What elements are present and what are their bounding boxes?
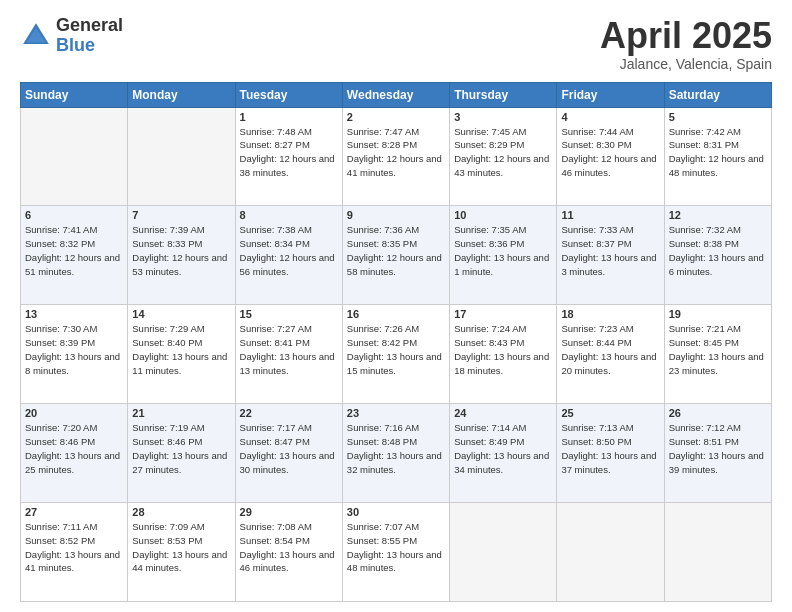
day-info: Sunrise: 7:13 AM Sunset: 8:50 PM Dayligh… xyxy=(561,421,659,476)
day-info: Sunrise: 7:32 AM Sunset: 8:38 PM Dayligh… xyxy=(669,223,767,278)
calendar-cell: 28Sunrise: 7:09 AM Sunset: 8:53 PM Dayli… xyxy=(128,503,235,602)
day-number: 17 xyxy=(454,308,552,320)
day-number: 10 xyxy=(454,209,552,221)
day-number: 2 xyxy=(347,111,445,123)
title-location: Jalance, Valencia, Spain xyxy=(600,56,772,72)
logo-general-text: General xyxy=(56,16,123,36)
day-number: 8 xyxy=(240,209,338,221)
day-number: 27 xyxy=(25,506,123,518)
day-number: 7 xyxy=(132,209,230,221)
calendar-cell: 2Sunrise: 7:47 AM Sunset: 8:28 PM Daylig… xyxy=(342,107,449,206)
calendar-cell: 25Sunrise: 7:13 AM Sunset: 8:50 PM Dayli… xyxy=(557,404,664,503)
day-info: Sunrise: 7:16 AM Sunset: 8:48 PM Dayligh… xyxy=(347,421,445,476)
calendar-week-row: 13Sunrise: 7:30 AM Sunset: 8:39 PM Dayli… xyxy=(21,305,772,404)
day-info: Sunrise: 7:33 AM Sunset: 8:37 PM Dayligh… xyxy=(561,223,659,278)
calendar-cell: 17Sunrise: 7:24 AM Sunset: 8:43 PM Dayli… xyxy=(450,305,557,404)
day-number: 23 xyxy=(347,407,445,419)
day-number: 19 xyxy=(669,308,767,320)
weekday-header-monday: Monday xyxy=(128,82,235,107)
calendar-cell: 8Sunrise: 7:38 AM Sunset: 8:34 PM Daylig… xyxy=(235,206,342,305)
logo-text: General Blue xyxy=(56,16,123,56)
calendar-cell: 6Sunrise: 7:41 AM Sunset: 8:32 PM Daylig… xyxy=(21,206,128,305)
day-number: 6 xyxy=(25,209,123,221)
calendar-cell: 4Sunrise: 7:44 AM Sunset: 8:30 PM Daylig… xyxy=(557,107,664,206)
calendar-cell: 18Sunrise: 7:23 AM Sunset: 8:44 PM Dayli… xyxy=(557,305,664,404)
day-number: 26 xyxy=(669,407,767,419)
calendar-cell: 10Sunrise: 7:35 AM Sunset: 8:36 PM Dayli… xyxy=(450,206,557,305)
title-block: April 2025 Jalance, Valencia, Spain xyxy=(600,16,772,72)
day-number: 29 xyxy=(240,506,338,518)
weekday-header-friday: Friday xyxy=(557,82,664,107)
day-info: Sunrise: 7:07 AM Sunset: 8:55 PM Dayligh… xyxy=(347,520,445,575)
day-number: 5 xyxy=(669,111,767,123)
day-info: Sunrise: 7:41 AM Sunset: 8:32 PM Dayligh… xyxy=(25,223,123,278)
weekday-header-tuesday: Tuesday xyxy=(235,82,342,107)
day-info: Sunrise: 7:14 AM Sunset: 8:49 PM Dayligh… xyxy=(454,421,552,476)
day-info: Sunrise: 7:36 AM Sunset: 8:35 PM Dayligh… xyxy=(347,223,445,278)
day-info: Sunrise: 7:44 AM Sunset: 8:30 PM Dayligh… xyxy=(561,125,659,180)
calendar-week-row: 6Sunrise: 7:41 AM Sunset: 8:32 PM Daylig… xyxy=(21,206,772,305)
day-info: Sunrise: 7:27 AM Sunset: 8:41 PM Dayligh… xyxy=(240,322,338,377)
day-info: Sunrise: 7:26 AM Sunset: 8:42 PM Dayligh… xyxy=(347,322,445,377)
day-info: Sunrise: 7:24 AM Sunset: 8:43 PM Dayligh… xyxy=(454,322,552,377)
day-info: Sunrise: 7:21 AM Sunset: 8:45 PM Dayligh… xyxy=(669,322,767,377)
day-number: 12 xyxy=(669,209,767,221)
day-info: Sunrise: 7:45 AM Sunset: 8:29 PM Dayligh… xyxy=(454,125,552,180)
calendar-cell: 16Sunrise: 7:26 AM Sunset: 8:42 PM Dayli… xyxy=(342,305,449,404)
day-number: 28 xyxy=(132,506,230,518)
day-info: Sunrise: 7:11 AM Sunset: 8:52 PM Dayligh… xyxy=(25,520,123,575)
calendar-cell: 29Sunrise: 7:08 AM Sunset: 8:54 PM Dayli… xyxy=(235,503,342,602)
day-info: Sunrise: 7:19 AM Sunset: 8:46 PM Dayligh… xyxy=(132,421,230,476)
day-number: 16 xyxy=(347,308,445,320)
day-number: 22 xyxy=(240,407,338,419)
day-number: 14 xyxy=(132,308,230,320)
weekday-header-saturday: Saturday xyxy=(664,82,771,107)
calendar-cell: 5Sunrise: 7:42 AM Sunset: 8:31 PM Daylig… xyxy=(664,107,771,206)
day-info: Sunrise: 7:30 AM Sunset: 8:39 PM Dayligh… xyxy=(25,322,123,377)
calendar-cell: 22Sunrise: 7:17 AM Sunset: 8:47 PM Dayli… xyxy=(235,404,342,503)
day-number: 3 xyxy=(454,111,552,123)
day-info: Sunrise: 7:39 AM Sunset: 8:33 PM Dayligh… xyxy=(132,223,230,278)
weekday-header-thursday: Thursday xyxy=(450,82,557,107)
day-number: 25 xyxy=(561,407,659,419)
day-info: Sunrise: 7:47 AM Sunset: 8:28 PM Dayligh… xyxy=(347,125,445,180)
logo: General Blue xyxy=(20,16,123,56)
day-number: 21 xyxy=(132,407,230,419)
calendar-cell: 19Sunrise: 7:21 AM Sunset: 8:45 PM Dayli… xyxy=(664,305,771,404)
calendar-cell xyxy=(664,503,771,602)
day-info: Sunrise: 7:12 AM Sunset: 8:51 PM Dayligh… xyxy=(669,421,767,476)
calendar-header-row: SundayMondayTuesdayWednesdayThursdayFrid… xyxy=(21,82,772,107)
logo-icon xyxy=(20,20,52,52)
day-info: Sunrise: 7:38 AM Sunset: 8:34 PM Dayligh… xyxy=(240,223,338,278)
calendar-cell: 3Sunrise: 7:45 AM Sunset: 8:29 PM Daylig… xyxy=(450,107,557,206)
header: General Blue April 2025 Jalance, Valenci… xyxy=(20,16,772,72)
weekday-header-wednesday: Wednesday xyxy=(342,82,449,107)
page: General Blue April 2025 Jalance, Valenci… xyxy=(0,0,792,612)
calendar-cell: 14Sunrise: 7:29 AM Sunset: 8:40 PM Dayli… xyxy=(128,305,235,404)
day-number: 15 xyxy=(240,308,338,320)
day-number: 24 xyxy=(454,407,552,419)
calendar-cell: 7Sunrise: 7:39 AM Sunset: 8:33 PM Daylig… xyxy=(128,206,235,305)
day-info: Sunrise: 7:08 AM Sunset: 8:54 PM Dayligh… xyxy=(240,520,338,575)
calendar-cell: 12Sunrise: 7:32 AM Sunset: 8:38 PM Dayli… xyxy=(664,206,771,305)
calendar-cell: 1Sunrise: 7:48 AM Sunset: 8:27 PM Daylig… xyxy=(235,107,342,206)
calendar-cell xyxy=(450,503,557,602)
day-number: 4 xyxy=(561,111,659,123)
day-number: 20 xyxy=(25,407,123,419)
calendar-cell: 24Sunrise: 7:14 AM Sunset: 8:49 PM Dayli… xyxy=(450,404,557,503)
weekday-header-sunday: Sunday xyxy=(21,82,128,107)
calendar-cell: 15Sunrise: 7:27 AM Sunset: 8:41 PM Dayli… xyxy=(235,305,342,404)
day-info: Sunrise: 7:09 AM Sunset: 8:53 PM Dayligh… xyxy=(132,520,230,575)
day-info: Sunrise: 7:20 AM Sunset: 8:46 PM Dayligh… xyxy=(25,421,123,476)
day-info: Sunrise: 7:35 AM Sunset: 8:36 PM Dayligh… xyxy=(454,223,552,278)
day-info: Sunrise: 7:17 AM Sunset: 8:47 PM Dayligh… xyxy=(240,421,338,476)
title-month: April 2025 xyxy=(600,16,772,56)
calendar-week-row: 20Sunrise: 7:20 AM Sunset: 8:46 PM Dayli… xyxy=(21,404,772,503)
logo-blue-text: Blue xyxy=(56,36,123,56)
calendar-cell: 27Sunrise: 7:11 AM Sunset: 8:52 PM Dayli… xyxy=(21,503,128,602)
day-info: Sunrise: 7:48 AM Sunset: 8:27 PM Dayligh… xyxy=(240,125,338,180)
calendar-cell xyxy=(21,107,128,206)
calendar-cell: 13Sunrise: 7:30 AM Sunset: 8:39 PM Dayli… xyxy=(21,305,128,404)
day-info: Sunrise: 7:42 AM Sunset: 8:31 PM Dayligh… xyxy=(669,125,767,180)
day-number: 1 xyxy=(240,111,338,123)
